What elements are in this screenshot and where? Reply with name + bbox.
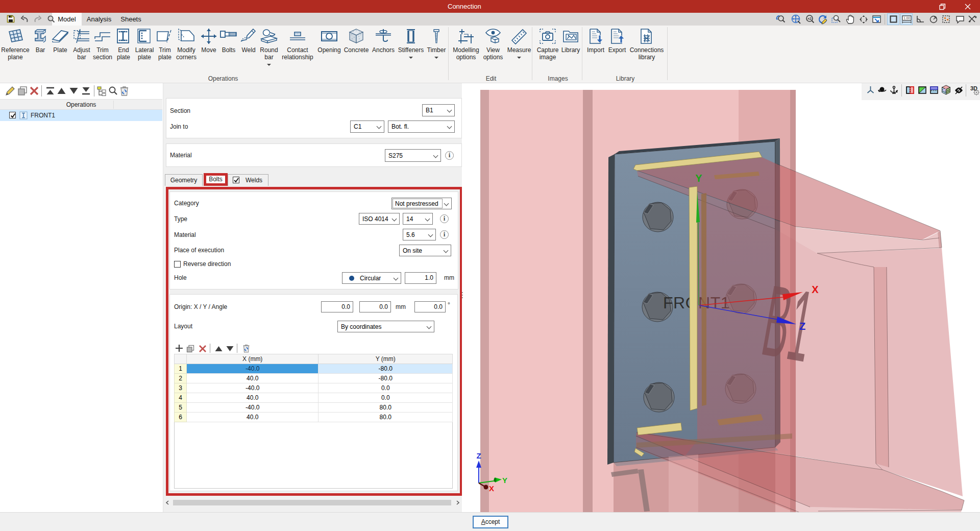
svg-text:X: X xyxy=(489,484,494,493)
svg-text:Z: Z xyxy=(799,321,805,332)
svg-text:Y: Y xyxy=(502,476,507,485)
svg-text:×2: ×2 xyxy=(807,17,812,20)
svg-text:Z: Z xyxy=(476,451,481,460)
svg-text:1.00: 1.00 xyxy=(903,16,910,20)
svg-text:Y: Y xyxy=(695,173,702,184)
svg-text:X: X xyxy=(812,284,819,295)
